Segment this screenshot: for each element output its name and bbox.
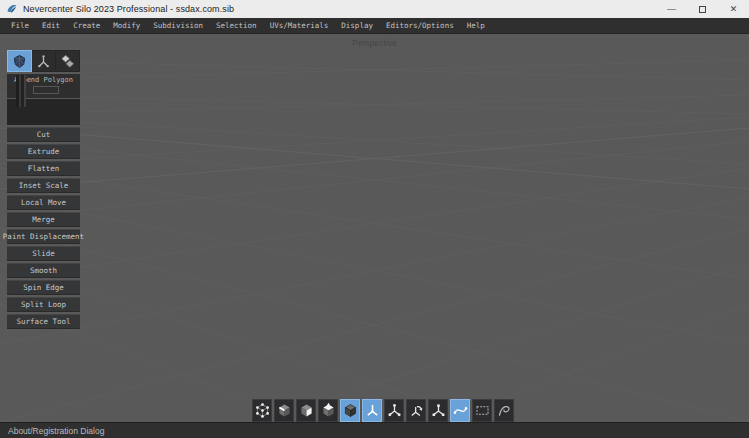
menu-editors-options[interactable]: Editors/Options bbox=[386, 21, 454, 30]
tool-flatten[interactable]: Flatten bbox=[7, 161, 80, 176]
append-polygon-glyph bbox=[33, 86, 59, 94]
menu-bar: File Edit Create Modify Subdivision Sele… bbox=[0, 18, 749, 34]
tool-extrude[interactable]: Extrude bbox=[7, 144, 80, 159]
menu-selection[interactable]: Selection bbox=[216, 21, 257, 30]
manipulator-tripod-icon bbox=[364, 402, 381, 419]
window-title: Nevercenter Silo 2023 Professional - ssd… bbox=[23, 4, 234, 14]
tool-spin-edge[interactable]: Spin Edge bbox=[7, 280, 80, 295]
maximize-icon bbox=[699, 6, 706, 13]
tool-merge[interactable]: Merge bbox=[7, 212, 80, 227]
perspective-grid bbox=[0, 34, 749, 422]
status-message[interactable]: About/Registration Dialog bbox=[8, 426, 104, 436]
curve-icon bbox=[452, 402, 469, 419]
sidebar-tabs bbox=[7, 50, 80, 72]
axis-tripod-icon bbox=[36, 54, 51, 69]
title-bar: Nevercenter Silo 2023 Professional - ssd… bbox=[0, 0, 749, 18]
multiselect-mode-button[interactable] bbox=[340, 399, 360, 422]
close-button[interactable]: ✕ bbox=[718, 0, 749, 18]
area-select-button[interactable] bbox=[472, 399, 492, 422]
tool-inset-scale[interactable]: Inset Scale bbox=[7, 178, 80, 193]
menu-edit[interactable]: Edit bbox=[42, 21, 60, 30]
object-selection-mode-button[interactable] bbox=[318, 399, 338, 422]
tab-manipulator-tools[interactable] bbox=[32, 51, 55, 71]
double-diamond-icon bbox=[60, 54, 75, 69]
face-mode-icon bbox=[298, 402, 315, 419]
status-bar: About/Registration Dialog bbox=[0, 422, 749, 438]
menu-help[interactable]: Help bbox=[467, 21, 485, 30]
tool-paint-displacement[interactable]: Paint Displacement bbox=[7, 229, 80, 244]
menu-modify[interactable]: Modify bbox=[113, 21, 140, 30]
move-tool-icon bbox=[386, 402, 403, 419]
tool-cut[interactable]: Cut bbox=[7, 127, 80, 142]
faceted-gem-icon bbox=[12, 54, 27, 69]
tool-slide[interactable]: Slide bbox=[7, 246, 80, 261]
tool-split-loop[interactable]: Split Loop bbox=[7, 297, 80, 312]
tool-surface-tool[interactable]: Surface Tool bbox=[7, 314, 80, 329]
vertex-mode-icon bbox=[254, 402, 271, 419]
object-mode-icon bbox=[320, 402, 337, 419]
tab-uv-tools[interactable] bbox=[56, 51, 79, 71]
soft-selection-button[interactable] bbox=[450, 399, 470, 422]
render-artifact bbox=[16, 75, 28, 107]
minimize-button[interactable]: — bbox=[656, 0, 687, 18]
lasso-select-button[interactable] bbox=[494, 399, 514, 422]
menu-subdivision[interactable]: Subdivision bbox=[153, 21, 203, 30]
solid-cube-icon bbox=[342, 402, 359, 419]
rotate-tool-button[interactable] bbox=[406, 399, 426, 422]
tool-smooth[interactable]: Smooth bbox=[7, 263, 80, 278]
face-selection-mode-button[interactable] bbox=[296, 399, 316, 422]
scale-tool-button[interactable] bbox=[428, 399, 448, 422]
move-tool-button[interactable] bbox=[384, 399, 404, 422]
edge-selection-mode-button[interactable] bbox=[274, 399, 294, 422]
menu-uvs-materials[interactable]: UVs/Materials bbox=[270, 21, 329, 30]
menu-create[interactable]: Create bbox=[73, 21, 100, 30]
menu-file[interactable]: File bbox=[11, 21, 29, 30]
viewport-3d[interactable]: Perspective bbox=[0, 34, 749, 422]
tool-sidebar: Append Polygon Cut Extrude Flatten Inset… bbox=[7, 50, 80, 329]
show-manipulator-button[interactable] bbox=[362, 399, 382, 422]
viewport-label: Perspective bbox=[0, 38, 749, 48]
menu-display[interactable]: Display bbox=[341, 21, 373, 30]
app-logo-icon bbox=[6, 3, 18, 15]
marquee-rect-icon bbox=[474, 402, 491, 419]
tab-polygon-tools[interactable] bbox=[8, 51, 31, 71]
bottom-toolbar bbox=[252, 399, 514, 422]
vertex-selection-mode-button[interactable] bbox=[252, 399, 272, 422]
lasso-icon bbox=[496, 402, 513, 419]
edge-mode-icon bbox=[276, 402, 293, 419]
tool-local-move[interactable]: Local Move bbox=[7, 195, 80, 210]
scale-tool-icon bbox=[430, 402, 447, 419]
maximize-button[interactable] bbox=[687, 0, 718, 18]
append-polygon-button[interactable]: Append Polygon bbox=[7, 74, 80, 98]
rotate-tool-icon bbox=[408, 402, 425, 419]
